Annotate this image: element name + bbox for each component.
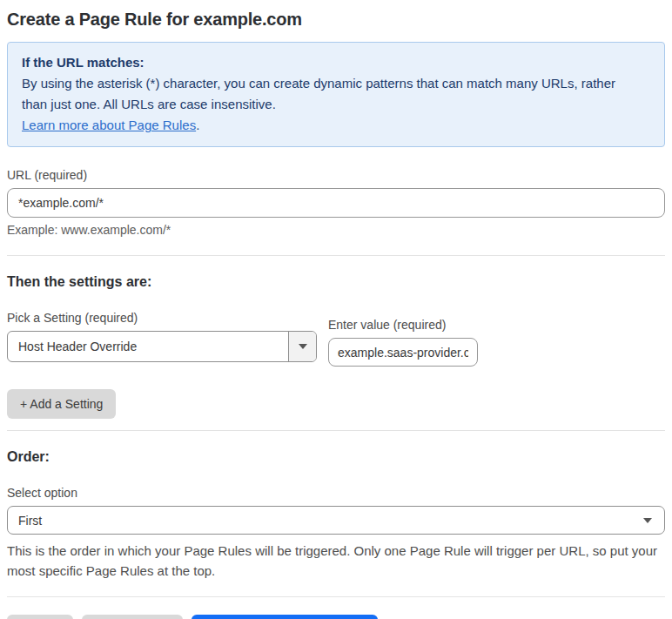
chevron-down-icon: [643, 518, 652, 523]
setting-select-value: Host Header Override: [8, 340, 288, 353]
cancel-button[interactable]: Cancel: [7, 615, 73, 619]
chevron-down-icon: [299, 344, 307, 349]
learn-more-link[interactable]: Learn more about Page Rules: [22, 118, 196, 132]
setting-select[interactable]: Host Header Override: [7, 331, 317, 362]
link-period: .: [196, 118, 199, 132]
page-rule-form: Create a Page Rule for example.com If th…: [0, 10, 672, 619]
value-column: Enter value (required): [328, 290, 478, 367]
footer-actions: Cancel Save as Draft Save and Deploy Pag…: [7, 615, 665, 619]
setting-label: Pick a Setting (required): [7, 311, 317, 325]
save-deploy-button[interactable]: Save and Deploy Page Rule: [192, 615, 378, 619]
add-setting-button[interactable]: + Add a Setting: [7, 389, 116, 419]
order-heading: Order:: [7, 449, 665, 465]
settings-row: Pick a Setting (required) Host Header Ov…: [7, 290, 665, 367]
setting-value-input[interactable]: [328, 338, 478, 367]
order-select[interactable]: First: [7, 506, 665, 535]
order-select-label: Select option: [7, 486, 665, 500]
url-example-hint: Example: www.example.com/*: [7, 223, 665, 237]
divider: [7, 596, 665, 597]
settings-heading: Then the settings are:: [7, 274, 665, 290]
value-label: Enter value (required): [328, 318, 478, 332]
url-label: URL (required): [7, 168, 665, 182]
setting-select-arrow-button[interactable]: [288, 332, 316, 361]
divider: [7, 430, 665, 431]
save-draft-button[interactable]: Save as Draft: [82, 615, 184, 619]
setting-column: Pick a Setting (required) Host Header Ov…: [7, 290, 317, 362]
info-box-link-line: Learn more about Page Rules.: [22, 115, 650, 136]
order-select-value: First: [8, 514, 643, 528]
order-help-text: This is the order in which your Page Rul…: [7, 541, 665, 581]
info-box-body: By using the asterisk (*) character, you…: [22, 73, 631, 115]
info-box-heading: If the URL matches:: [22, 52, 650, 73]
divider: [7, 255, 665, 256]
page-title: Create a Page Rule for example.com: [7, 10, 665, 30]
url-match-info-box: If the URL matches: By using the asteris…: [7, 42, 665, 147]
url-input[interactable]: [7, 188, 665, 218]
